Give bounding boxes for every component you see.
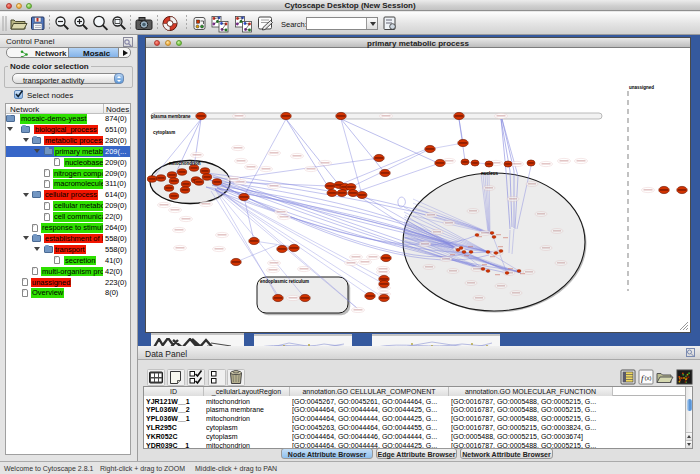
svg-text:(x): (x) [645, 375, 652, 381]
svg-text:unassigned: unassigned [629, 85, 654, 90]
svg-text:cytoplasm: cytoplasm [153, 130, 175, 135]
svg-text:mitochondrion: mitochondrion [169, 161, 201, 166]
svg-text:plasma membrane: plasma membrane [151, 114, 191, 119]
svg-text:nucleus: nucleus [481, 171, 499, 176]
svg-text:endoplasmic reticulum: endoplasmic reticulum [260, 279, 309, 284]
